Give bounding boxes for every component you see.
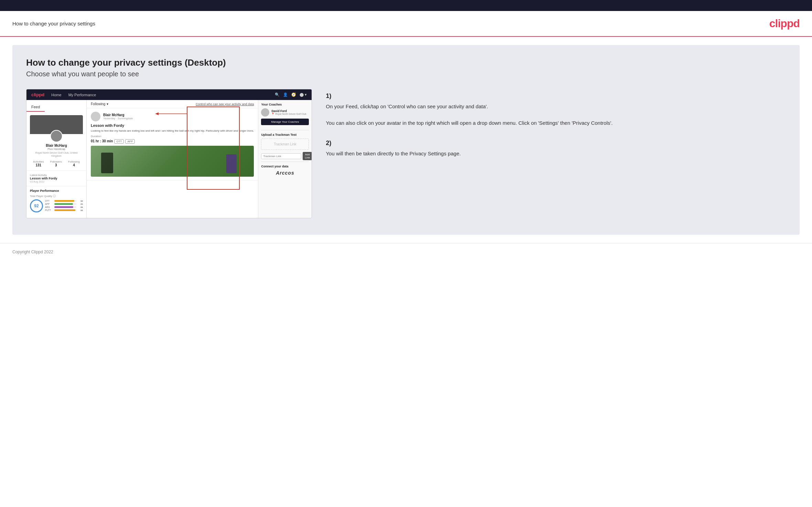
- step2-number: 2): [326, 140, 786, 147]
- tag-app: APP: [125, 139, 135, 144]
- tpq-row: 92 OTT 90: [30, 199, 83, 212]
- following-button[interactable]: Following ▾: [91, 102, 108, 106]
- feed-post: Blair McHarg Yesterday · Sunningdale Les…: [87, 108, 258, 180]
- app-feed: Following ▾ Control who can see your act…: [87, 100, 258, 218]
- main-subtitle: Choose what you want people to see: [26, 70, 786, 78]
- bar-ott: OTT 90: [45, 200, 83, 202]
- step1-number: 1): [326, 92, 786, 100]
- profile-name: Blair McHarg: [30, 144, 83, 147]
- control-privacy-link[interactable]: Control who can see your activity and da…: [196, 102, 254, 106]
- trackman-drop-area: Trackman Link: [261, 139, 309, 150]
- tag-ott: OTT: [114, 139, 124, 144]
- trackman-section: Upload a Trackman Test Trackman Link Add…: [261, 130, 309, 160]
- trackman-input-row: Add Link: [261, 152, 309, 160]
- top-bar: [0, 0, 812, 11]
- connect-title: Connect your data: [261, 165, 309, 168]
- footer: Copyright Clippd 2022: [0, 243, 812, 261]
- app-nav-performance[interactable]: My Performance: [68, 93, 96, 97]
- step2-text: You will then be taken directly to the P…: [326, 150, 786, 158]
- golfer-figure-1: [101, 153, 113, 173]
- tpq-score: 92: [30, 199, 43, 212]
- coach-item: David Ford 📍 Royal North Devon Golf Club: [261, 108, 309, 117]
- step1-text: On your Feed, click/tap on 'Control who …: [326, 102, 786, 127]
- search-icon[interactable]: 🔍: [275, 92, 280, 97]
- app-nav-icons: 🔍 👤 🧭 ⬤ ▾: [275, 92, 307, 97]
- profile-handicap: Plus Handicap: [30, 147, 83, 151]
- app-sidebar: Feed Blair McHarg Plus Handicap Royal No…: [26, 100, 87, 218]
- stat-following: Following 4: [68, 160, 80, 167]
- app-body: Feed Blair McHarg Plus Handicap Royal No…: [26, 100, 312, 218]
- profile-avatar: [50, 130, 63, 142]
- latest-activity: Latest Activity Lesson with Fordy 03 Aug…: [26, 171, 86, 186]
- header: How to change your privacy settings clip…: [0, 11, 812, 37]
- app-screenshot: clippd Home My Performance 🔍 👤 🧭 ⬤ ▾ Fee…: [26, 89, 312, 218]
- profile-club: Royal North Devon Golf Club, United King…: [30, 151, 83, 157]
- trackman-title: Upload a Trackman Test: [261, 133, 309, 136]
- clippd-logo: clippd: [769, 17, 800, 30]
- duration-label: Duration: [91, 135, 254, 138]
- header-title: How to change your privacy settings: [12, 21, 95, 26]
- instructions: 1) On your Feed, click/tap on 'Control w…: [326, 89, 786, 170]
- bar-arg: ARG 86: [45, 206, 83, 208]
- main-title: How to change your privacy settings (Des…: [26, 57, 786, 68]
- feed-post-avatar: [91, 112, 100, 121]
- tpq-bars: OTT 90 APP: [45, 200, 83, 212]
- manage-coaches-button[interactable]: Manage Your Coaches: [261, 119, 309, 125]
- chevron-down-icon: ▾: [107, 102, 108, 106]
- connect-section: Connect your data Arccos: [261, 162, 309, 176]
- main-content: How to change your privacy settings (Des…: [12, 45, 800, 235]
- bar-app: APP 85: [45, 203, 83, 205]
- app-nav: clippd Home My Performance 🔍 👤 🧭 ⬤ ▾: [26, 89, 312, 100]
- app-nav-logo: clippd: [31, 92, 44, 97]
- compass-icon[interactable]: 🧭: [291, 92, 296, 97]
- user-icon[interactable]: 👤: [283, 92, 288, 97]
- coach-info: David Ford 📍 Royal North Devon Golf Club: [271, 109, 306, 115]
- arccos-logo: Arccos: [261, 170, 309, 176]
- trackman-link-input[interactable]: [261, 153, 301, 159]
- feed-header: Following ▾ Control who can see your act…: [87, 100, 258, 108]
- app-screenshot-wrapper: clippd Home My Performance 🔍 👤 🧭 ⬤ ▾ Fee…: [26, 89, 312, 218]
- stat-activities: Activities 131: [33, 160, 44, 167]
- bar-putt: PUTT 96: [45, 209, 83, 211]
- coaches-title: Your Coaches: [261, 103, 309, 106]
- feed-tags: 01 hr : 30 min OTT APP: [91, 139, 254, 144]
- feed-post-image: [91, 146, 254, 177]
- feed-tab[interactable]: Feed: [26, 103, 45, 112]
- footer-text: Copyright Clippd 2022: [12, 250, 53, 254]
- instruction-2: 2) You will then be taken directly to th…: [326, 140, 786, 158]
- stat-followers: Followers 3: [50, 160, 62, 167]
- add-link-button[interactable]: Add Link: [303, 152, 312, 160]
- player-performance: Player Performance Total Player Quality …: [26, 186, 86, 215]
- profile-stats: Activities 131 Followers 3 Following 4: [30, 160, 83, 167]
- app-nav-home[interactable]: Home: [51, 93, 61, 97]
- profile-card: Blair McHarg Plus Handicap Royal North D…: [26, 112, 86, 171]
- feed-post-author: Blair McHarg Yesterday · Sunningdale: [103, 113, 133, 120]
- coach-avatar: [261, 108, 269, 117]
- instruction-1: 1) On your Feed, click/tap on 'Control w…: [326, 92, 786, 127]
- avatar-icon[interactable]: ⬤ ▾: [300, 92, 307, 97]
- feed-post-header: Blair McHarg Yesterday · Sunningdale: [91, 112, 254, 121]
- location-icon: 📍: [271, 113, 274, 115]
- app-right-sidebar: Your Coaches David Ford 📍 Royal North De…: [258, 100, 312, 218]
- golfer-figure-2: [226, 154, 237, 173]
- inner-layout: clippd Home My Performance 🔍 👤 🧭 ⬤ ▾ Fee…: [26, 89, 786, 218]
